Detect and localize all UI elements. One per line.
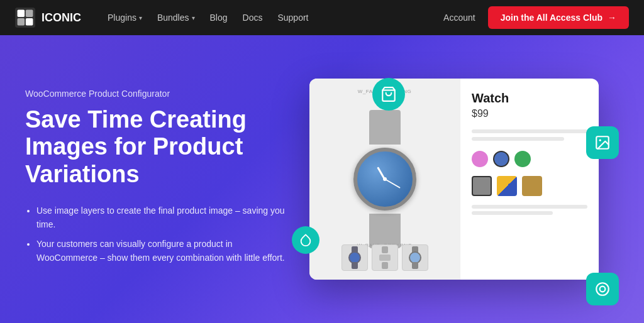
circle-icon [586,273,619,305]
rating-bar-2 [472,137,564,141]
thumb-3[interactable] [402,244,428,271]
hero-section: WooCommerce Product Configurator Save Ti… [0,35,644,323]
svg-point-17 [409,252,421,263]
thumb-1[interactable] [341,244,368,271]
svg-rect-4 [26,18,33,26]
hero-content: WooCommerce Product Configurator Save Ti… [25,89,289,270]
svg-rect-15 [382,262,388,269]
svg-rect-3 [18,18,25,26]
hero-subtitle: WooCommerce Product Configurator [25,89,289,99]
bullet-2: Your customers can visually configure a … [36,237,289,265]
nav-bundles[interactable]: Bundles ▾ [151,9,201,26]
center-dot [383,177,387,181]
account-link[interactable]: Account [443,13,475,23]
chevron-down-icon: ▾ [139,14,142,21]
svg-rect-12 [352,262,358,269]
basket-icon [372,78,405,111]
swatch-yellow[interactable] [497,176,517,196]
watch-face [353,148,416,211]
logo[interactable]: ICONIC [15,8,81,28]
svg-point-11 [349,252,360,263]
minute-hand [384,178,400,189]
svg-point-8 [596,283,609,295]
cta-button[interactable]: Join the All Access Club → [488,6,629,29]
svg-rect-2 [26,10,33,18]
swatch-pink[interactable] [472,151,488,167]
nav-plugins[interactable]: Plugins ▾ [101,9,148,26]
logo-text: ICONIC [42,11,81,25]
image-icon [586,126,619,159]
hero-bullets: Use image layers to create the final pro… [25,204,289,265]
drop-icon [292,226,319,254]
nav-links: Plugins ▾ Bundles ▾ Blog Docs Support [101,9,423,26]
square-swatches [472,176,587,196]
svg-rect-13 [382,246,388,253]
thumbnail-row [341,244,428,271]
watch-display [335,110,435,248]
hero-right: W_FACE_BLUE.PNG W_BAND_GREY.PNG [289,35,619,323]
product-name: Watch [472,91,587,106]
nav-right: Account Join the All Access Club → [443,6,629,29]
card-info: Watch $99 [460,79,599,280]
color-swatches [472,151,587,167]
svg-point-7 [599,140,601,141]
bullet-1: Use image layers to create the final pro… [36,204,289,232]
arrow-icon: → [608,13,616,23]
product-price: $99 [472,108,587,119]
chevron-down-icon: ▾ [192,14,195,21]
svg-rect-18 [412,262,418,269]
nav-blog[interactable]: Blog [204,9,234,26]
info-bar-1 [472,205,587,209]
swatch-blue[interactable] [493,151,509,167]
svg-rect-14 [379,255,391,261]
product-card: W_FACE_BLUE.PNG W_BAND_GREY.PNG [309,79,599,280]
info-bar-2 [472,211,553,215]
swatch-gold[interactable] [522,176,542,196]
rating-bar-1 [472,129,587,133]
navbar: ICONIC Plugins ▾ Bundles ▾ Blog Docs Sup… [0,0,644,35]
info-bars [472,205,587,215]
swatch-grey[interactable] [472,176,492,196]
svg-rect-1 [18,10,25,18]
band-top [369,110,401,145]
thumb-2[interactable] [372,244,398,271]
swatch-green[interactable] [514,151,531,167]
nav-support[interactable]: Support [271,9,314,26]
svg-point-9 [600,287,606,292]
hero-title: Save Time Creating Images for Product Va… [25,106,289,189]
nav-docs[interactable]: Docs [236,9,269,26]
